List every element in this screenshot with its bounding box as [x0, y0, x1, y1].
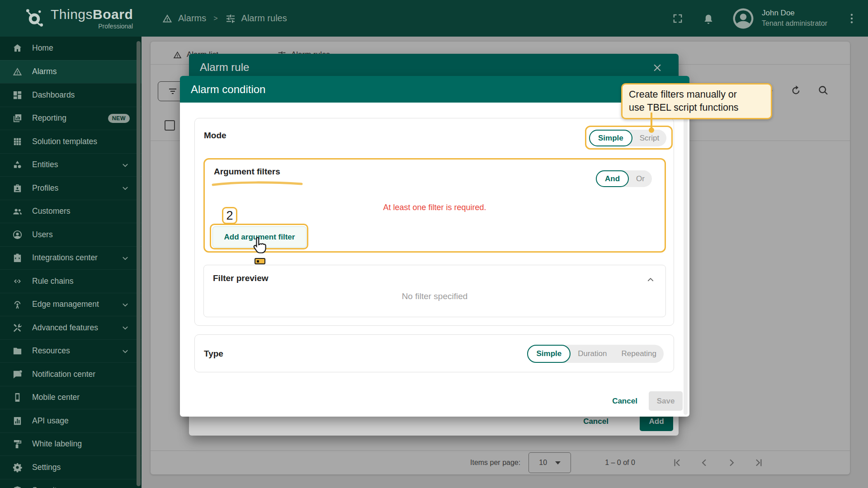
- apps-grid-icon: [12, 136, 23, 147]
- type-option-repeating[interactable]: Repeating: [614, 345, 664, 363]
- breadcrumb-alarm-rules[interactable]: Alarm rules: [241, 13, 287, 23]
- rule-chains-icon: [12, 276, 23, 286]
- sidebar-item-entities[interactable]: Entities: [0, 153, 142, 177]
- sidebar-item-label: Mobile center: [32, 393, 80, 402]
- user-info[interactable]: John Doe Tenant administrator: [762, 8, 827, 28]
- user-name: John Doe: [762, 8, 827, 19]
- sidebar-item-users[interactable]: Users: [0, 223, 142, 246]
- folder-icon: [12, 346, 23, 356]
- sidebar-item-alarms[interactable]: Alarms: [0, 60, 142, 84]
- sidebar-item-advanced-features[interactable]: Advanced features: [0, 316, 142, 339]
- sidebar-item-api-usage[interactable]: API usage: [0, 409, 142, 432]
- top-header: ThingsBoard Professional Alarms > Alarm …: [0, 0, 868, 37]
- alarm-rules-icon: [225, 13, 236, 24]
- filter-required-error: At least one filter is required.: [205, 203, 665, 212]
- annotation-connector-dot: [649, 127, 654, 133]
- collapse-chevron-up-icon[interactable]: [646, 274, 656, 284]
- home-icon: [12, 43, 23, 53]
- operator-toggle: And Or: [596, 170, 652, 187]
- argument-filters-section: Argument filters And Or At least one fil…: [203, 158, 666, 253]
- sidebar-item-label: Resources: [32, 346, 70, 356]
- breadcrumb: Alarms > Alarm rules: [162, 0, 287, 37]
- sidebar-item-reporting[interactable]: ReportingNEW: [0, 107, 142, 130]
- sidebar-item-label: Integrations center: [32, 253, 98, 263]
- sidebar-item-label: Edge management: [32, 300, 99, 309]
- tooltip-line: use TBEL script functions: [629, 101, 764, 114]
- dialog-scrollbar[interactable]: [684, 104, 688, 415]
- fullscreen-icon[interactable]: [671, 12, 684, 25]
- breadcrumb-alarms[interactable]: Alarms: [178, 13, 206, 23]
- integrations-icon: [12, 253, 23, 263]
- dashboards-icon: [12, 90, 23, 100]
- sidebar-item-customers[interactable]: Customers: [0, 200, 142, 223]
- argument-filters-title: Argument filters: [214, 167, 280, 177]
- sidebar-item-label: Solution templates: [32, 137, 97, 146]
- api-usage-icon: [12, 416, 23, 426]
- sidebar-item-security[interactable]: Security: [0, 479, 142, 488]
- sidebar-item-label: Advanced features: [32, 323, 98, 333]
- type-option-simple[interactable]: Simple: [527, 345, 571, 363]
- paint-roller-icon: [12, 439, 23, 449]
- chevron-down-icon: [121, 347, 130, 356]
- sidebar-item-label: Reporting: [32, 113, 66, 123]
- sidebar-item-label: Users: [32, 230, 53, 239]
- logo-subtitle: Professional: [51, 23, 133, 30]
- no-filter-text: No filter specified: [204, 291, 665, 301]
- dialog-title: Alarm condition: [191, 83, 265, 96]
- filter-preview-title: Filter preview: [213, 273, 269, 283]
- chevron-down-icon: [121, 253, 130, 263]
- tools-icon: [12, 323, 23, 333]
- sidebar-item-profiles[interactable]: Profiles: [0, 176, 142, 200]
- sidebar-item-label: Entities: [32, 160, 58, 169]
- breadcrumb-separator: >: [213, 14, 217, 23]
- kebab-menu-icon[interactable]: [845, 12, 858, 25]
- alarm-condition-dialog-header: Alarm condition: [180, 76, 689, 103]
- sidebar-item-dashboards[interactable]: Dashboards: [0, 83, 142, 107]
- sidebar-item-label: Security: [32, 486, 61, 488]
- sidebar-item-home[interactable]: Home: [0, 37, 142, 60]
- cancel-button[interactable]: Cancel: [604, 391, 646, 411]
- cursor: [250, 235, 270, 255]
- sidebar-item-mobile-center[interactable]: Mobile center: [0, 386, 142, 409]
- click-indicator: [255, 258, 265, 264]
- logo-text: ThingsBoard Professional: [51, 7, 133, 30]
- annotation-connector-line: [651, 113, 652, 129]
- sidebar-item-settings[interactable]: Settings: [0, 455, 142, 479]
- notification-icon: [12, 369, 23, 380]
- type-option-duration[interactable]: Duration: [571, 345, 614, 363]
- sidebar-item-resources[interactable]: Resources: [0, 339, 142, 363]
- edge-antenna-icon: [12, 299, 23, 310]
- chevron-down-icon: [121, 160, 130, 169]
- sidebar-item-rule-chains[interactable]: Rule chains: [0, 269, 142, 293]
- sidebar-item-label: Home: [32, 43, 53, 53]
- sidebar-item-white-labeling[interactable]: White labeling: [0, 432, 142, 456]
- app-root: ThingsBoard Professional Alarms > Alarm …: [0, 0, 868, 488]
- avatar[interactable]: [731, 6, 755, 31]
- sidebar-item-label: Rule chains: [32, 277, 73, 286]
- sidebar-item-label: White labeling: [32, 439, 82, 449]
- chevron-down-icon: [121, 323, 130, 332]
- type-toggle: Simple Duration Repeating: [527, 345, 664, 363]
- save-button-disabled[interactable]: Save: [649, 391, 683, 411]
- sidebar-scrollbar[interactable]: [137, 41, 141, 486]
- customers-icon: [12, 206, 23, 216]
- thingsboard-logo-icon: [23, 6, 46, 30]
- mode-toggle: Simple Script: [589, 130, 666, 146]
- operator-option-and[interactable]: And: [596, 170, 629, 187]
- operator-option-or[interactable]: Or: [629, 170, 652, 187]
- sidebar-item-solution-templates[interactable]: Solution templates: [0, 130, 142, 153]
- sidebar-item-integrations-center[interactable]: Integrations center: [0, 246, 142, 270]
- sidebar-item-notification-center[interactable]: Notification center: [0, 362, 142, 386]
- condition-card: Mode Simple Script Argument filters And …: [194, 118, 674, 326]
- sidebar-item-edge-management[interactable]: Edge management: [0, 293, 142, 316]
- type-label: Type: [204, 349, 223, 359]
- cursor-pointer-icon: [250, 235, 270, 255]
- notifications-bell-icon[interactable]: [702, 12, 715, 25]
- mode-option-simple[interactable]: Simple: [589, 130, 632, 146]
- thingsboard-logo[interactable]: ThingsBoard Professional: [23, 6, 133, 30]
- sidebar-item-label: Dashboards: [32, 90, 75, 100]
- gear-icon: [12, 462, 23, 473]
- entities-icon: [12, 160, 23, 170]
- chevron-down-icon: [121, 486, 130, 488]
- tooltip-line: Create filters manually or: [629, 88, 764, 101]
